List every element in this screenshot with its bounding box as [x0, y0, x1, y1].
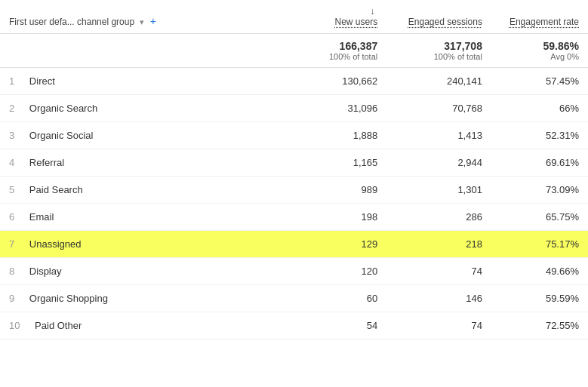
row-new-users-cell: 1,888 — [274, 122, 386, 149]
totals-new-users-sub: 100% of total — [283, 52, 377, 61]
row-engagement-rate-cell: 52.31% — [491, 122, 588, 149]
totals-engagement-rate-main: 59.86% — [500, 40, 579, 52]
row-new-users-cell: 989 — [274, 177, 386, 204]
row-dimension-cell: 2 Organic Search — [0, 95, 274, 122]
row-engaged-sessions-cell: 146 — [386, 285, 491, 312]
totals-new-users-main: 166,387 — [283, 40, 377, 52]
totals-new-users-cell: 166,387 100% of total — [274, 34, 386, 68]
totals-engaged-sessions-main: 317,708 — [396, 40, 482, 52]
totals-dimension-cell — [0, 34, 274, 68]
add-column-icon[interactable]: + — [150, 15, 156, 27]
row-number: 6 — [9, 211, 14, 223]
row-engagement-rate-cell: 57.45% — [491, 68, 588, 95]
channel-name: Paid Other — [35, 320, 82, 331]
row-engaged-sessions-cell: 1,301 — [386, 177, 491, 204]
row-new-users-cell: 120 — [274, 258, 386, 285]
row-new-users-cell: 60 — [274, 285, 386, 312]
row-dimension-cell: 5 Paid Search — [0, 177, 274, 204]
table-row: 2 Organic Search 31,096 70,768 66% — [0, 95, 588, 122]
table-row: 4 Referral 1,165 2,944 69.61% — [0, 149, 588, 177]
row-number: 9 — [9, 293, 14, 304]
row-engagement-rate-cell: 66% — [491, 95, 588, 122]
new-users-column-header: ↓New users — [274, 0, 386, 34]
row-number: 8 — [9, 266, 14, 277]
row-engaged-sessions-cell: 74 — [386, 312, 491, 339]
totals-engagement-rate-cell: 59.86% Avg 0% — [491, 34, 588, 68]
row-number: 7 — [9, 238, 14, 250]
analytics-table: First user defa... channel group ▾ + ↓Ne… — [0, 0, 588, 339]
table-row: 8 Display 120 74 49.66% — [0, 258, 588, 285]
row-engagement-rate-cell: 59.59% — [491, 285, 588, 312]
sort-icon: ↓ — [370, 6, 374, 17]
row-new-users-cell: 130,662 — [274, 68, 386, 95]
totals-engagement-rate-sub: Avg 0% — [500, 52, 579, 61]
row-engagement-rate-cell: 72.55% — [491, 312, 588, 339]
row-engaged-sessions-cell: 218 — [386, 231, 491, 258]
engaged-sessions-label[interactable]: Engaged sessions — [396, 17, 482, 27]
dimension-label: First user defa... channel group — [9, 17, 134, 27]
row-number: 5 — [9, 184, 14, 195]
row-new-users-cell: 129 — [274, 231, 386, 258]
row-engaged-sessions-cell: 286 — [386, 204, 491, 231]
row-dimension-cell: 7 Unassigned — [0, 231, 274, 258]
engagement-rate-column-header: Engagement rate — [491, 0, 588, 34]
row-engaged-sessions-cell: 2,944 — [386, 149, 491, 177]
row-new-users-cell: 54 — [274, 312, 386, 339]
channel-name: Organic Social — [29, 130, 94, 141]
row-engagement-rate-cell: 69.61% — [491, 149, 588, 177]
totals-engaged-sessions-cell: 317,708 100% of total — [386, 34, 491, 68]
row-engaged-sessions-cell: 70,768 — [386, 95, 491, 122]
channel-name: Email — [29, 211, 54, 223]
row-number: 1 — [9, 75, 14, 87]
row-dimension-cell: 4 Referral — [0, 149, 274, 177]
row-engagement-rate-cell: 75.17% — [491, 231, 588, 258]
row-new-users-cell: 31,096 — [274, 95, 386, 122]
channel-name: Organic Search — [29, 103, 97, 114]
channel-name: Display — [29, 266, 62, 277]
table-row: 1 Direct 130,662 240,141 57.45% — [0, 68, 588, 95]
channel-name: Referral — [29, 157, 64, 168]
row-engagement-rate-cell: 49.66% — [491, 258, 588, 285]
row-engaged-sessions-cell: 1,413 — [386, 122, 491, 149]
table-row: 5 Paid Search 989 1,301 73.09% — [0, 177, 588, 204]
table-row: 10 Paid Other 54 74 72.55% — [0, 312, 588, 339]
dropdown-icon[interactable]: ▾ — [140, 17, 144, 27]
channel-name: Organic Shopping — [29, 293, 108, 304]
row-dimension-cell: 3 Organic Social — [0, 122, 274, 149]
totals-row: 166,387 100% of total 317,708 100% of to… — [0, 34, 588, 68]
engagement-rate-label[interactable]: Engagement rate — [500, 17, 579, 27]
row-number: 10 — [9, 320, 20, 331]
row-engagement-rate-cell: 73.09% — [491, 177, 588, 204]
table-row: 3 Organic Social 1,888 1,413 52.31% — [0, 122, 588, 149]
row-number: 2 — [9, 103, 14, 114]
table-row: 6 Email 198 286 65.75% — [0, 204, 588, 231]
row-number: 4 — [9, 157, 14, 168]
dimension-column-header: First user defa... channel group ▾ + — [0, 0, 274, 34]
row-dimension-cell: 10 Paid Other — [0, 312, 274, 339]
row-engagement-rate-cell: 65.75% — [491, 204, 588, 231]
row-engaged-sessions-cell: 240,141 — [386, 68, 491, 95]
channel-name: Unassigned — [29, 238, 82, 250]
table-row: 7 Unassigned 129 218 75.17% — [0, 231, 588, 258]
channel-name: Direct — [29, 75, 55, 87]
row-number: 3 — [9, 130, 14, 141]
row-engaged-sessions-cell: 74 — [386, 258, 491, 285]
new-users-label[interactable]: New users — [283, 17, 377, 27]
engaged-sessions-column-header: Engaged sessions — [386, 0, 491, 34]
row-dimension-cell: 8 Display — [0, 258, 274, 285]
row-dimension-cell: 6 Email — [0, 204, 274, 231]
totals-engaged-sessions-sub: 100% of total — [396, 52, 482, 61]
table-row: 9 Organic Shopping 60 146 59.59% — [0, 285, 588, 312]
row-new-users-cell: 198 — [274, 204, 386, 231]
row-new-users-cell: 1,165 — [274, 149, 386, 177]
channel-name: Paid Search — [29, 184, 83, 195]
row-dimension-cell: 1 Direct — [0, 68, 274, 95]
row-dimension-cell: 9 Organic Shopping — [0, 285, 274, 312]
